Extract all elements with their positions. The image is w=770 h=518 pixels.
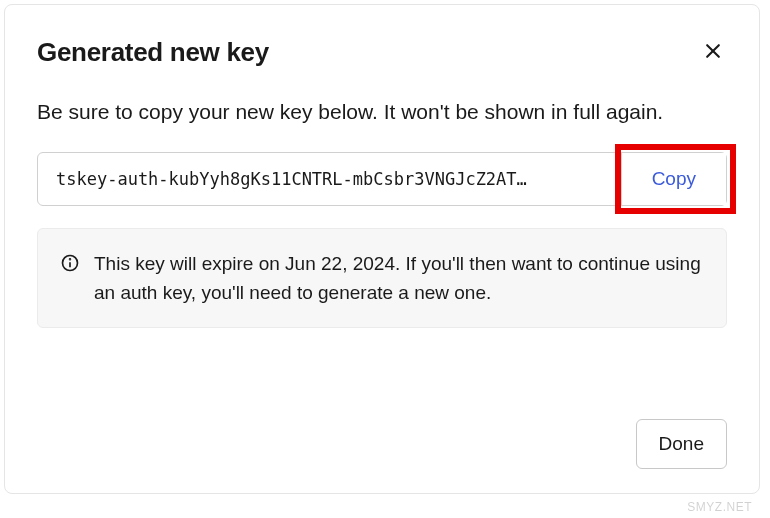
expiry-info-box: This key will expire on Jun 22, 2024. If… [37,228,727,329]
watermark-text: SMYZ.NET [687,500,752,514]
dialog-header: Generated new key [37,37,727,68]
dialog-description: Be sure to copy your new key below. It w… [37,96,727,128]
close-button[interactable] [699,37,727,65]
generated-key-dialog: Generated new key Be sure to copy your n… [4,4,760,494]
svg-point-4 [70,258,71,259]
copy-button-wrapper: Copy [621,153,726,205]
close-icon [703,41,723,61]
dialog-title: Generated new key [37,37,269,68]
auth-key-value[interactable]: tskey-auth-kubYyh8gKs11CNTRL-mbCsbr3VNGJ… [38,153,621,205]
expiry-info-text: This key will expire on Jun 22, 2024. If… [94,249,704,308]
info-icon [60,253,80,273]
key-row: tskey-auth-kubYyh8gKs11CNTRL-mbCsbr3VNGJ… [37,152,727,206]
dialog-footer: Done [636,419,727,469]
copy-button[interactable]: Copy [621,153,726,205]
done-button[interactable]: Done [636,419,727,469]
